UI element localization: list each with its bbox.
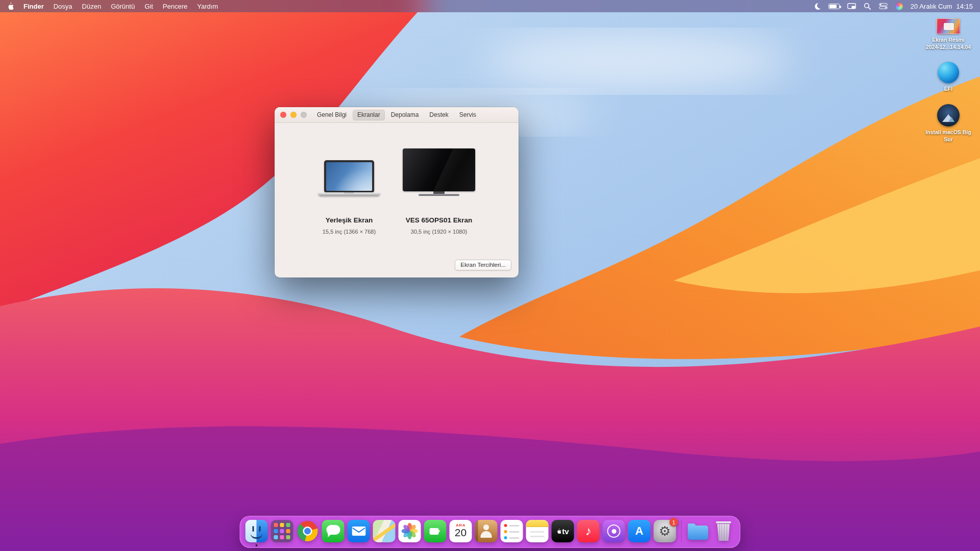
menu-bar-status: 20 Aralık Cum 14:15 (814, 3, 973, 10)
dock-notes[interactable] (526, 520, 549, 542)
menu-clock[interactable]: 20 Aralık Cum 14:15 (911, 3, 973, 10)
desktop-icon-screenshot[interactable]: Ekran Resmi 2024-12...14.14.04 (922, 18, 975, 51)
launchpad-cell (286, 529, 290, 533)
finder-eye (259, 526, 261, 532)
note-line (530, 531, 545, 533)
menu-duzen[interactable]: Düzen (82, 3, 102, 10)
external-display-column: VES 65OPS01 Ekran 30,5 inç (980 × 551) (403, 148, 475, 235)
dock-appletv[interactable]: tv (552, 520, 574, 542)
tab-destek[interactable]: Destek (425, 110, 453, 120)
notification-badge: 1 (670, 518, 678, 527)
siri-icon[interactable] (895, 3, 903, 10)
builtin-display-name: Yerleşik Ekran (326, 216, 373, 224)
launchpad-cell (286, 535, 290, 539)
desktop-icon-efi[interactable]: EFI (922, 62, 975, 93)
apple-menu-icon[interactable] (7, 2, 14, 10)
zoom-button[interactable] (301, 112, 307, 118)
menu-yardim[interactable]: Yardım (197, 3, 218, 10)
podcast-ring (607, 524, 621, 538)
facetime-icon (424, 520, 447, 542)
trash-body (717, 524, 731, 541)
dock-system-preferences[interactable]: 1 ⚙ (654, 520, 676, 542)
chrome-icon (297, 520, 319, 542)
dock-separator (681, 520, 682, 542)
spotlight-search-icon[interactable] (864, 3, 871, 10)
dock-launchpad[interactable] (271, 520, 293, 542)
display-mirroring-icon[interactable] (847, 3, 856, 10)
photos-icon (399, 520, 421, 542)
launchpad-cell (280, 529, 284, 533)
menu-git[interactable]: Git (144, 3, 153, 10)
menu-goruntu[interactable]: Görüntü (111, 3, 135, 10)
display-preferences-button[interactable]: Ekran Tercihleri... (455, 260, 511, 270)
apple-tv-icon: tv (552, 520, 574, 542)
about-this-mac-window: Genel Bilgi Ekranlar Depolama Destek Ser… (275, 107, 519, 278)
dock-downloads-folder[interactable] (687, 520, 709, 542)
external-display-spec: 30,5 inç (980 × 551) (411, 229, 467, 235)
menu-pencere[interactable]: Pencere (163, 3, 187, 10)
mail-icon (348, 520, 370, 542)
chat-bubble (327, 525, 340, 535)
podcast-core (611, 529, 616, 534)
control-center-icon[interactable] (879, 3, 888, 9)
app-store-icon: A (628, 520, 651, 542)
finder-smile (251, 533, 263, 539)
tab-genel-bilgi[interactable]: Genel Bilgi (312, 110, 351, 120)
dock-maps[interactable] (373, 520, 396, 542)
do-not-disturb-moon-icon[interactable] (814, 3, 821, 10)
contact-silhouette-head (483, 524, 489, 530)
menu-time: 14:15 (956, 3, 973, 10)
laptop-base (318, 192, 380, 196)
dock-reminders[interactable] (501, 520, 523, 542)
displays-row: Yerleşik Ekran 15,5 inç (1366 × 768) VES… (275, 148, 519, 235)
desktop: Finder Dosya Düzen Görüntü Git Pencere Y… (0, 0, 980, 551)
battery-icon[interactable] (828, 4, 840, 9)
efi-label: EFI (944, 86, 952, 93)
window-content: Yerleşik Ekran 15,5 inç (1366 × 768) VES… (275, 123, 519, 277)
installer-label: Install macOS Big Sur (925, 129, 971, 143)
video-camera-shape (429, 528, 438, 535)
laptop-screen (324, 160, 374, 193)
dock-photos[interactable] (399, 520, 421, 542)
dock-facetime[interactable] (424, 520, 447, 542)
builtin-display-spec: 15,5 inç (1366 × 768) (323, 229, 376, 235)
tab-depolama[interactable]: Depolama (386, 110, 424, 120)
external-display-name: VES 65OPS01 Ekran (406, 216, 473, 224)
dock-calendar[interactable]: ARA 20 (450, 520, 472, 542)
contacts-icon (475, 520, 498, 542)
close-button[interactable] (280, 112, 286, 118)
trash-icon (713, 520, 735, 542)
dock-music[interactable]: ♪ (577, 520, 600, 542)
launchpad-icon (271, 520, 293, 542)
menu-date: 20 Aralık Cum (911, 3, 952, 10)
running-indicator (256, 544, 258, 546)
laptop-display (326, 162, 372, 191)
trash-lid (716, 521, 731, 523)
menu-app-name[interactable]: Finder (23, 3, 44, 10)
menu-bar: Finder Dosya Düzen Görüntü Git Pencere Y… (0, 0, 980, 12)
dock-chrome[interactable] (297, 520, 319, 542)
dock-contacts[interactable] (475, 520, 498, 542)
dock-mail[interactable] (348, 520, 370, 542)
tab-ekranlar[interactable]: Ekranlar (353, 110, 385, 120)
dock-appstore[interactable]: A (628, 520, 651, 542)
contact-silhouette-body (481, 531, 492, 538)
installer-icon (937, 104, 960, 127)
tab-servis[interactable]: Servis (455, 110, 481, 120)
calendar-icon: ARA 20 (450, 520, 472, 542)
desktop-icon-install-macos[interactable]: Install macOS Big Sur (922, 104, 975, 143)
launchpad-cell (286, 523, 290, 527)
dock-messages[interactable] (322, 520, 345, 542)
dock-podcasts[interactable] (603, 520, 625, 542)
minimize-button[interactable] (290, 112, 297, 118)
folder-icon (687, 520, 709, 542)
calendar-day: 20 (450, 527, 472, 539)
dock-finder[interactable] (246, 520, 268, 542)
finder-eye (253, 526, 254, 532)
menu-dosya[interactable]: Dosya (54, 3, 72, 10)
window-tabs: Genel Bilgi Ekranlar Depolama Destek Ser… (312, 110, 481, 120)
dock-trash[interactable] (713, 520, 735, 542)
launchpad-cell (280, 523, 284, 527)
dock: ARA 20 (240, 516, 741, 548)
external-display-graphic (403, 148, 475, 196)
